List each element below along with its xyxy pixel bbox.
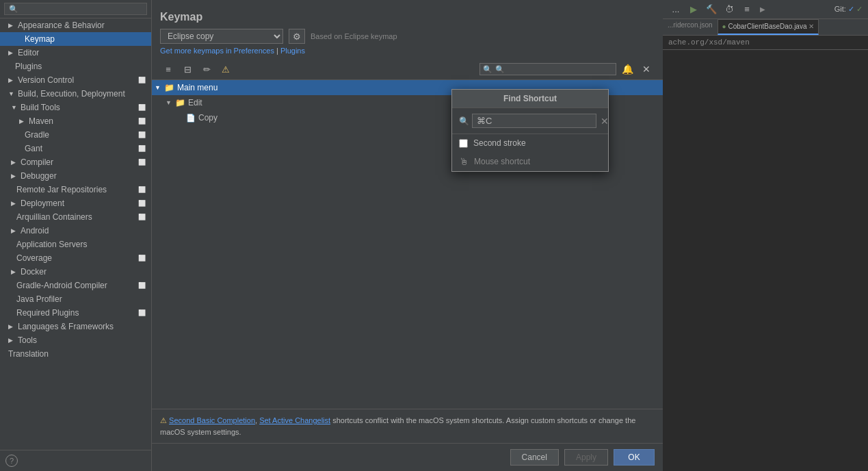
sidebar-item-tools[interactable]: ▶ Tools — [0, 333, 151, 347]
ok-button[interactable]: OK — [614, 449, 655, 466]
sidebar-item-label: Maven — [29, 116, 53, 126]
ide-code-line: ache.org/xsd/maven — [668, 38, 750, 47]
tree-label-copy: Copy — [198, 113, 218, 123]
edit-shortcut-button[interactable]: ✏ — [198, 62, 215, 77]
copy-icon: ⬜ — [138, 282, 146, 289]
sidebar-item-build-execution[interactable]: ▼ Build, Execution, Deployment — [0, 87, 151, 101]
sidebar-item-label: Keymap — [25, 34, 55, 44]
run-config-label: ▶ — [760, 5, 765, 13]
mouse-icon: 🖱 — [459, 156, 469, 167]
find-shortcut-search-row: 🔍 ✕ — [452, 108, 608, 134]
second-basic-completion-link[interactable]: Second Basic Completion — [169, 416, 255, 424]
action-icon: 📄 — [186, 114, 196, 123]
apply-button[interactable]: Apply — [564, 449, 608, 466]
sidebar-item-label: Plugins — [15, 62, 42, 71]
sidebar-item-editor[interactable]: ▶ Editor — [0, 46, 151, 60]
sidebar-search-input[interactable] — [4, 3, 147, 15]
keymap-links: Get more keymaps in Preferences | Plugin… — [160, 47, 655, 55]
sidebar-item-gradle[interactable]: Gradle ⬜ — [0, 128, 151, 142]
bottom-bar: Cancel Apply OK — [152, 443, 663, 471]
search-icon: 🔍 — [483, 65, 492, 74]
sidebar-item-label: Translation — [8, 349, 49, 359]
sidebar-item-label: Application Servers — [16, 240, 87, 249]
git-check-icon: ✓ — [848, 5, 854, 13]
sidebar-item-deployment[interactable]: ▶ Deployment ⬜ — [0, 196, 151, 210]
git-label: Git: ✓ ✓ — [834, 5, 863, 14]
keymap-header: Keymap Eclipse copyEclipseDefaultMac OS … — [152, 0, 663, 59]
sidebar-item-compiler[interactable]: ▶ Compiler ⬜ — [0, 155, 151, 169]
ide-tab-rider[interactable]: ...ridercon.json — [663, 19, 718, 35]
sidebar-item-coverage[interactable]: Coverage ⬜ — [0, 251, 151, 265]
sidebar-item-keymap[interactable]: Keymap — [0, 32, 151, 46]
sidebar-item-debugger[interactable]: ▶ Debugger — [0, 169, 151, 183]
coverage-button[interactable]: ≡ — [739, 3, 754, 16]
sidebar-item-android[interactable]: ▶ Android — [0, 224, 151, 238]
copy-icon: ⬜ — [138, 200, 146, 207]
keymap-dropdown[interactable]: Eclipse copyEclipseDefaultMac OS XEmacs — [160, 29, 283, 44]
keymap-search-input[interactable] — [479, 63, 616, 75]
copy-icon: ⬜ — [138, 159, 146, 166]
get-more-keymaps-link[interactable]: Get more keymaps in Preferences — [160, 47, 274, 55]
conflict-text: ⚠ Second Basic Completion, Set Active Ch… — [160, 415, 655, 437]
build-button[interactable]: 🔨 — [704, 3, 719, 16]
sidebar-item-appearance-behavior[interactable]: ▶ Appearance & Behavior — [0, 18, 151, 32]
sidebar-item-label: Remote Jar Repositories — [16, 185, 107, 194]
copy-icon: ⬜ — [138, 214, 146, 220]
sidebar-item-version-control[interactable]: ▶ Version Control ⬜ — [0, 73, 151, 87]
sidebar-item-gradle-android[interactable]: Gradle-Android Compiler ⬜ — [0, 279, 151, 292]
chevron-right-icon: ▶ — [11, 200, 18, 207]
sidebar-item-label: Debugger — [21, 171, 57, 181]
sidebar-item-label: Required Plugins — [16, 308, 79, 318]
sidebar-item-application-servers[interactable]: Application Servers — [0, 238, 151, 251]
second-stroke-checkbox[interactable] — [459, 139, 468, 148]
sidebar-item-translation[interactable]: Translation — [0, 347, 151, 361]
sidebar-item-label: Coverage — [16, 253, 52, 263]
close-search-button[interactable]: ✕ — [638, 62, 655, 77]
sidebar-item-label: Android — [21, 226, 49, 236]
sidebar-item-required-plugins[interactable]: Required Plugins ⬜ — [0, 306, 151, 320]
chevron-right-icon: ▶ — [8, 22, 15, 29]
copy-icon: ⬜ — [138, 104, 146, 111]
folder-icon: 📁 — [164, 83, 174, 92]
run-config-button[interactable]: ... — [668, 3, 683, 16]
keymap-gear-button[interactable]: ⚙ — [289, 29, 305, 44]
chevron-right-icon: ▶ — [8, 337, 15, 344]
keymap-toolbar: ≡ ⊟ ✏ ⚠ 🔍 🔔 ✕ — [152, 59, 663, 80]
find-shortcut-second-stroke-option[interactable]: Second stroke — [452, 134, 608, 152]
chevron-right-icon: ▶ — [8, 77, 15, 84]
sidebar-item-docker[interactable]: ▶ Docker — [0, 265, 151, 279]
sidebar-item-languages-frameworks[interactable]: ▶ Languages & Frameworks — [0, 320, 151, 333]
git-tick-icon: ✓ — [856, 5, 863, 13]
run-button[interactable]: ▶ — [686, 3, 701, 16]
sidebar-item-build-tools[interactable]: ▼ Build Tools ⬜ — [0, 101, 151, 114]
expand-all-button[interactable]: ≡ — [160, 62, 176, 77]
cancel-button[interactable]: Cancel — [510, 449, 559, 466]
profile-button[interactable]: ⏱ — [722, 3, 737, 16]
collapse-all-button[interactable]: ⊟ — [179, 62, 196, 77]
chevron-down-icon: ▼ — [8, 90, 15, 97]
sidebar-item-label: Build, Execution, Deployment — [18, 89, 125, 99]
sidebar-item-arquillian[interactable]: Arquillian Containers ⬜ — [0, 210, 151, 224]
warning-button[interactable]: ⚠ — [218, 62, 234, 77]
help-icon[interactable]: ? — [5, 455, 18, 467]
sidebar-item-gant[interactable]: Gant ⬜ — [0, 142, 151, 155]
keymap-search-wrap: 🔍 — [479, 63, 616, 75]
ide-tab-cobarclient[interactable]: ● CobarClientBaseDao.java ✕ — [718, 19, 819, 35]
sidebar-item-java-profiler[interactable]: Java Profiler — [0, 292, 151, 306]
find-shortcut-mouse-option[interactable]: 🖱 Mouse shortcut — [452, 152, 608, 171]
sidebar-item-remote-jar[interactable]: Remote Jar Repositories ⬜ — [0, 183, 151, 196]
sidebar-item-label: Build Tools — [21, 103, 60, 112]
notification-button[interactable]: 🔔 — [619, 62, 635, 77]
sidebar-item-maven[interactable]: ▶ Maven ⬜ — [0, 114, 151, 128]
sidebar-item-label: Gant — [25, 144, 42, 153]
sidebar-item-label: Editor — [18, 48, 39, 58]
sidebar-item-plugins[interactable]: Plugins — [0, 60, 151, 73]
keymap-main-area: Keymap Eclipse copyEclipseDefaultMac OS … — [152, 0, 663, 471]
plugins-link[interactable]: Plugins — [280, 47, 305, 55]
second-stroke-label: Second stroke — [473, 138, 526, 148]
copy-icon: ⬜ — [138, 131, 146, 138]
chevron-down-icon: ▼ — [11, 104, 18, 111]
find-shortcut-input[interactable] — [472, 114, 596, 128]
set-active-changelist-link[interactable]: Set Active Changelist — [259, 416, 330, 424]
find-shortcut-clear-button[interactable]: ✕ — [599, 116, 610, 127]
